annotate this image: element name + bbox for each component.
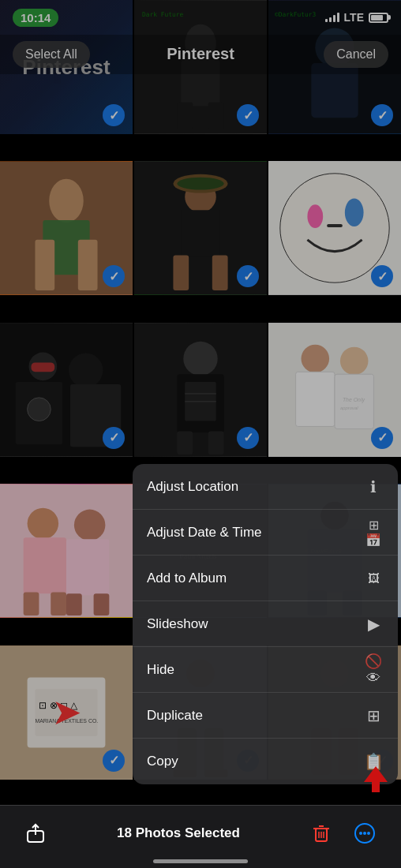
svg-point-98 xyxy=(367,832,370,835)
adjust-location-label: Adjust Location xyxy=(147,479,238,495)
svg-point-96 xyxy=(359,832,362,835)
svg-point-97 xyxy=(363,832,366,835)
more-button[interactable] xyxy=(347,816,382,851)
adjust-datetime-item[interactable]: Adjust Date & Time ⊞📅 xyxy=(133,510,398,556)
copy-item[interactable]: Copy 📋 xyxy=(133,739,398,784)
toolbar: 18 Photos Selected xyxy=(0,805,401,868)
adjust-location-item[interactable]: Adjust Location ℹ xyxy=(133,464,398,510)
home-indicator xyxy=(153,859,248,863)
share-button[interactable] xyxy=(19,817,52,850)
duplicate-icon: ⊞ xyxy=(363,706,384,725)
duplicate-label: Duplicate xyxy=(147,708,203,724)
hide-label: Hide xyxy=(147,662,174,678)
slideshow-icon: ▶ xyxy=(363,615,384,634)
add-to-album-icon: 🖼 xyxy=(363,571,384,585)
svg-marker-99 xyxy=(364,766,388,792)
adjust-datetime-label: Adjust Date & Time xyxy=(147,525,262,541)
delete-icon xyxy=(311,823,332,844)
copy-label: Copy xyxy=(147,754,178,769)
duplicate-item[interactable]: Duplicate ⊞ xyxy=(133,693,398,739)
slideshow-label: Slideshow xyxy=(147,616,208,632)
share-icon xyxy=(25,823,46,844)
slideshow-item[interactable]: Slideshow ▶ xyxy=(133,601,398,647)
hide-item[interactable]: Hide 🚫👁 xyxy=(133,647,398,693)
add-to-album-item[interactable]: Add to Album 🖼 xyxy=(133,556,398,601)
more-icon xyxy=(354,822,376,844)
adjust-datetime-icon: ⊞📅 xyxy=(363,518,384,548)
photos-selected-label: 18 Photos Selected xyxy=(117,825,240,841)
upload-arrow-icon xyxy=(360,762,392,794)
adjust-location-icon: ℹ xyxy=(363,477,384,496)
hide-icon: 🚫👁 xyxy=(363,653,384,687)
upload-area xyxy=(360,762,392,797)
delete-button[interactable] xyxy=(305,817,338,850)
add-to-album-label: Add to Album xyxy=(147,571,227,586)
context-menu: Adjust Location ℹ Adjust Date & Time ⊞📅 … xyxy=(133,464,398,784)
